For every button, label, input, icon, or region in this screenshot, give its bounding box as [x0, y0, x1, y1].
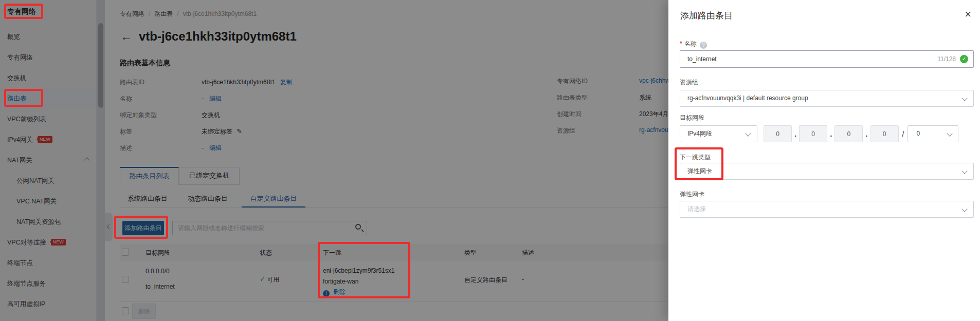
sidebar-collapse-handle[interactable]: [105, 213, 113, 241]
octet-dot: .: [794, 129, 796, 138]
footer-checkbox[interactable]: [122, 307, 129, 314]
next-hop-type-field-label: 下一跳类型: [680, 153, 711, 162]
sidebar-item-vpc-nat-gateway[interactable]: VPC NAT网关: [0, 191, 96, 212]
octet-4-input[interactable]: [870, 125, 899, 142]
octet-3-input[interactable]: [834, 125, 863, 142]
chevron-down-icon: [947, 130, 953, 136]
search-box: [172, 221, 367, 235]
row-next-hop-id[interactable]: eni-j6cbepi1zym9f3r51sx1: [323, 267, 394, 274]
status-text: 可用: [267, 276, 279, 283]
row-description: -: [522, 276, 524, 283]
dest-cidr-row: IPv4网段 . . . / 0: [680, 125, 974, 142]
sidebar-item-vpc[interactable]: 专有网络: [0, 47, 96, 68]
next-hop-type-select[interactable]: 弹性网卡: [680, 163, 974, 180]
row-actions: i 删除: [323, 288, 346, 297]
row-divider: [120, 301, 668, 302]
breadcrumb-item-vpc[interactable]: 专有网络: [120, 10, 144, 17]
sidebar-title: 专有网络: [0, 0, 96, 27]
eni-field-label: 弹性网卡: [680, 190, 704, 199]
sidebar-item-route-table[interactable]: 路由表: [0, 88, 96, 109]
resource-group-field-label: 资源组: [680, 78, 698, 87]
subtab-divider: [120, 207, 668, 208]
delete-route-link[interactable]: 删除: [333, 288, 346, 295]
sidebar-item-vpc-prefix-list[interactable]: VPC前缀列表: [0, 109, 96, 129]
row-checkbox[interactable]: [122, 276, 129, 283]
route-table-id-label: 路由表ID: [120, 78, 144, 87]
row-dest-name: to_internet: [146, 283, 175, 290]
tags-label: 标签: [120, 127, 132, 136]
bind-type-label: 绑定对象类型: [120, 111, 157, 120]
search-button[interactable]: [351, 221, 367, 235]
copy-link[interactable]: 复制: [280, 79, 293, 86]
scrollbar-thumb[interactable]: [98, 23, 103, 108]
sidebar-item-vswitch[interactable]: 交换机: [0, 68, 96, 88]
vpc-id-value[interactable]: vpc-j6chhw: [639, 77, 670, 84]
sidebar-item-nat-gateway-plan[interactable]: NAT网关资源包: [0, 212, 96, 232]
sidebar-item-label: NAT网关: [7, 157, 32, 164]
octet-dot: .: [865, 129, 867, 138]
name-field-label: *名称?: [680, 40, 707, 49]
name-label: 名称: [120, 95, 132, 103]
close-icon[interactable]: ×: [965, 9, 971, 20]
eni-select[interactable]: 请选择: [680, 201, 974, 218]
edit-description-link[interactable]: 编辑: [209, 144, 222, 152]
back-arrow-icon[interactable]: ←: [120, 30, 132, 44]
add-route-entry-button[interactable]: 添加路由条目: [122, 221, 164, 235]
octet-1-input[interactable]: [764, 125, 792, 142]
name-field-label-text: 名称: [684, 40, 697, 47]
sidebar-item-nat-gateway[interactable]: NAT网关: [0, 150, 96, 171]
search-input[interactable]: [173, 221, 350, 235]
description-value: - 编辑: [202, 144, 222, 153]
sidebar-scrollbar[interactable]: [97, 0, 105, 321]
header-description: 描述: [522, 249, 534, 257]
check-icon: ✓: [260, 275, 265, 283]
subtab-custom-route-entry[interactable]: 自定义路由条目: [242, 191, 305, 207]
resource-group-select[interactable]: rg-acfnvouunvqqk3i | default resource gr…: [680, 90, 974, 107]
resource-group-selected-value: rg-acfnvouunvqqk3i | default resource gr…: [687, 90, 808, 106]
vpc-console-page: 专有网络 概览 专有网络 交换机 路由表 VPC前缀列表 IPv4网关NEW N…: [0, 0, 980, 321]
info-icon[interactable]: i: [323, 290, 330, 297]
breadcrumb-item-route-table[interactable]: 路由表: [154, 10, 173, 17]
header-status: 状态: [260, 249, 272, 257]
char-counter: 11/128: [937, 55, 956, 63]
table-header-row: [120, 244, 668, 260]
octet-2-input[interactable]: [799, 125, 827, 142]
resource-group-value[interactable]: rg-acfnvou: [639, 126, 668, 134]
tab-bound-vswitch[interactable]: 已绑定交换机: [179, 167, 240, 185]
name-input-wrap: 11/128 ✓: [680, 50, 974, 68]
subtab-dynamic-route-entry[interactable]: 动态路由条目: [188, 191, 228, 207]
next-hop-type-value: 弹性网卡: [687, 163, 712, 179]
sidebar-item-ha-vip[interactable]: 高可用虚拟IP: [0, 294, 96, 314]
required-mark: *: [680, 40, 682, 47]
row-type: 自定义路由条目: [464, 276, 507, 285]
new-badge: NEW: [51, 239, 66, 246]
sidebar-item-ipv4-gateway[interactable]: IPv4网关NEW: [0, 129, 96, 150]
breadcrumb-separator: /: [149, 10, 150, 17]
sidebar-item-overview[interactable]: 概览: [0, 27, 96, 47]
tab-route-entry-list[interactable]: 路由条目列表: [120, 167, 179, 185]
chevron-down-icon: [961, 206, 967, 212]
row-status: ✓ 可用: [260, 275, 279, 284]
ip-version-select[interactable]: IPv4网段: [680, 125, 757, 142]
route-table-id-value: vtb-j6ce1hkh33itp0ytm68t1 复制: [202, 78, 293, 87]
breadcrumb-item-current: vtb-j6ce1hkh33itp0ytm68t1: [183, 10, 257, 17]
batch-delete-button-disabled: 删除: [132, 304, 156, 319]
sidebar-item-endpoint-service[interactable]: 终端节点服务: [0, 273, 96, 294]
help-question-icon[interactable]: ?: [700, 42, 707, 49]
page-title: vtb-j6ce1hkh33itp0ytm68t1: [139, 29, 297, 44]
sidebar-item-vpc-peering[interactable]: VPC对等连接NEW: [0, 232, 96, 253]
sidebar-item-label: IPv4网关: [7, 136, 33, 143]
eni-select-placeholder: 请选择: [687, 201, 706, 217]
tags-text: 未绑定标签: [202, 128, 232, 135]
route-name-input[interactable]: [680, 51, 917, 67]
sidebar-item-endpoint[interactable]: 终端节点: [0, 253, 96, 273]
subtab-system-route-entry[interactable]: 系统路由条目: [128, 191, 168, 207]
chevron-up-icon: [84, 157, 89, 163]
edit-tags-pencil-icon[interactable]: ✎: [237, 127, 242, 135]
edit-name-link[interactable]: 编辑: [209, 95, 222, 102]
sidebar-item-public-nat-gateway[interactable]: 公网NAT网关: [0, 171, 96, 191]
search-icon: [355, 224, 361, 230]
select-all-checkbox[interactable]: [122, 249, 129, 256]
prefix-length-select[interactable]: 0: [908, 125, 958, 142]
new-badge: NEW: [38, 136, 52, 143]
